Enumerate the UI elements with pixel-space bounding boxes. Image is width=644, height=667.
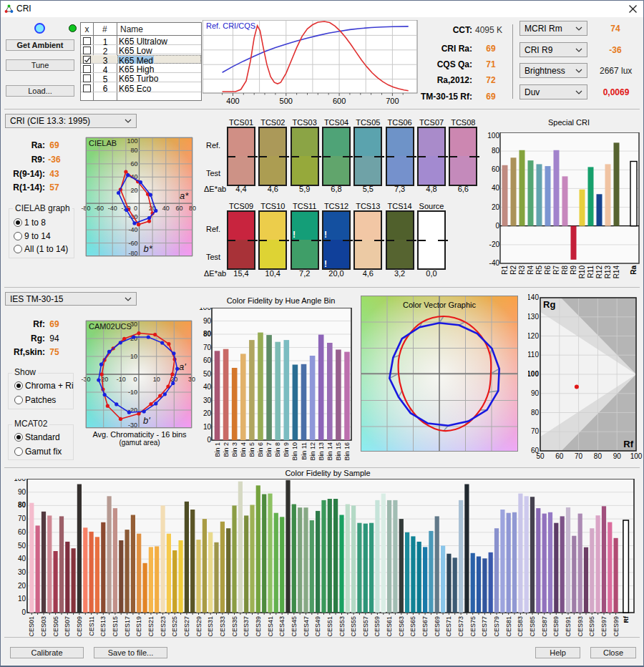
svg-text:CES97: CES97 [600, 616, 608, 637]
svg-text:CES15: CES15 [112, 616, 119, 637]
svg-text:CES41: CES41 [267, 616, 274, 637]
svg-text:a*: a* [180, 190, 189, 201]
svg-text:CES57: CES57 [362, 616, 369, 637]
svg-text:60: 60 [203, 356, 212, 364]
svg-text:10: 10 [203, 423, 212, 431]
svg-text:CES27: CES27 [183, 616, 190, 637]
svg-text:-40: -40 [108, 205, 117, 212]
svg-text:70: 70 [575, 452, 583, 460]
svg-text:0: 0 [495, 222, 499, 230]
svg-text:CES99: CES99 [613, 616, 620, 637]
svg-text:CES13: CES13 [99, 616, 107, 637]
svg-text:0: 0 [207, 436, 211, 444]
svg-text:CES17: CES17 [124, 616, 131, 637]
svg-text:CES67: CES67 [421, 616, 429, 637]
svg-text:CES19: CES19 [135, 616, 142, 637]
svg-text:100: 100 [199, 308, 211, 311]
svg-text:Bin 15: Bin 15 [335, 442, 342, 461]
svg-text:CES61: CES61 [386, 616, 393, 637]
svg-text:R9: R9 [570, 266, 577, 275]
svg-text:Color Vector Graphic: Color Vector Graphic [403, 301, 477, 309]
svg-text:100: 100 [14, 479, 26, 482]
svg-text:60: 60 [555, 452, 564, 460]
svg-text:0: 0 [134, 205, 137, 212]
svg-text:60: 60 [531, 447, 540, 454]
svg-text:600: 600 [333, 97, 346, 105]
svg-text:80: 80 [130, 147, 137, 154]
svg-text:R8: R8 [561, 266, 569, 275]
svg-text:20: 20 [130, 187, 137, 194]
svg-text:100: 100 [630, 452, 643, 460]
svg-text:CES71: CES71 [445, 616, 452, 637]
svg-text:CES59: CES59 [374, 616, 381, 637]
svg-text:Ref. CRI/CQS: Ref. CRI/CQS [206, 21, 255, 30]
svg-text:CES69: CES69 [434, 616, 441, 637]
svg-text:CES23: CES23 [160, 616, 167, 637]
svg-text:CES39: CES39 [255, 616, 262, 637]
svg-text:CES73: CES73 [457, 616, 464, 637]
svg-text:120: 120 [528, 332, 539, 340]
svg-text:Bin 2: Bin 2 [223, 442, 230, 457]
svg-text:a': a' [179, 361, 186, 372]
svg-text:20: 20 [203, 409, 212, 417]
svg-text:60: 60 [492, 165, 500, 173]
svg-text:-60: -60 [128, 240, 137, 247]
svg-text:Bin 4: Bin 4 [240, 442, 247, 457]
svg-text:CAM02UCS: CAM02UCS [89, 322, 132, 331]
svg-text:100: 100 [528, 370, 539, 378]
svg-text:40: 40 [203, 383, 212, 391]
svg-text:10: 10 [18, 595, 26, 603]
svg-text:110: 110 [528, 351, 539, 359]
svg-text:30: 30 [203, 396, 212, 404]
svg-text:Bin 8: Bin 8 [274, 442, 281, 457]
svg-text:70: 70 [203, 344, 212, 351]
svg-text:100: 100 [487, 132, 499, 140]
svg-text:80: 80 [18, 501, 26, 509]
svg-text:CES07: CES07 [64, 616, 71, 637]
svg-text:80: 80 [203, 330, 212, 338]
svg-text:Bin 3: Bin 3 [231, 442, 238, 457]
svg-text:20: 20 [492, 203, 500, 211]
svg-text:-40: -40 [489, 259, 500, 267]
svg-text:90: 90 [18, 488, 26, 496]
svg-text:CES87: CES87 [541, 616, 548, 637]
svg-text:10: 10 [130, 353, 137, 360]
svg-text:400: 400 [226, 97, 239, 105]
svg-text:R1: R1 [501, 266, 509, 275]
svg-text:70: 70 [531, 427, 540, 435]
svg-text:60: 60 [18, 528, 26, 536]
svg-text:CES95: CES95 [588, 616, 595, 637]
svg-text:R4: R4 [527, 266, 535, 275]
svg-text:80: 80 [492, 147, 500, 155]
svg-text:90: 90 [531, 389, 540, 397]
svg-text:CES55: CES55 [350, 616, 357, 637]
svg-text:40: 40 [162, 205, 170, 212]
svg-text:CES77: CES77 [481, 616, 488, 637]
svg-text:60: 60 [175, 205, 182, 212]
svg-text:Bin 13: Bin 13 [318, 442, 325, 461]
svg-text:30: 30 [18, 568, 26, 576]
svg-text:70: 70 [18, 515, 26, 522]
svg-text:500: 500 [280, 97, 293, 105]
svg-text:CES83: CES83 [517, 616, 524, 637]
svg-text:R3: R3 [518, 266, 526, 275]
svg-text:CES37: CES37 [243, 616, 250, 637]
svg-text:CES93: CES93 [577, 616, 584, 637]
svg-text:Bin 11: Bin 11 [301, 442, 308, 460]
svg-text:700: 700 [386, 97, 399, 105]
svg-text:CES79: CES79 [493, 616, 500, 637]
svg-text:80: 80 [531, 409, 540, 417]
svg-text:Bin 9: Bin 9 [283, 442, 290, 457]
svg-text:CES81: CES81 [505, 616, 512, 637]
svg-text:-20: -20 [489, 240, 500, 248]
svg-text:40: 40 [492, 184, 500, 192]
svg-text:CES49: CES49 [314, 616, 321, 637]
svg-text:CES65: CES65 [409, 616, 416, 637]
svg-text:CES03: CES03 [40, 616, 47, 637]
svg-text:50: 50 [18, 542, 26, 550]
svg-text:CES51: CES51 [326, 616, 333, 637]
svg-text:CIELAB: CIELAB [89, 139, 117, 147]
svg-text:Rf: Rf [623, 615, 630, 623]
svg-text:R7: R7 [552, 266, 560, 275]
svg-text:R14: R14 [613, 266, 620, 279]
